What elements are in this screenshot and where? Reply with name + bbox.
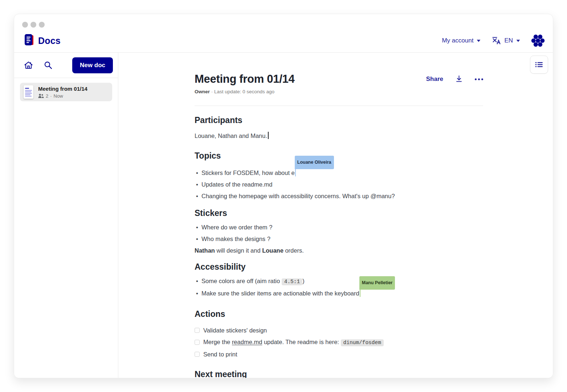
- checkbox[interactable]: [195, 352, 200, 357]
- heading-actions[interactable]: Actions: [195, 309, 483, 319]
- window-controls: [22, 22, 45, 28]
- new-doc-button[interactable]: New doc: [72, 57, 113, 73]
- stickers-note[interactable]: Nathan will design it and Louane orders.: [195, 245, 483, 256]
- document-pane: Meeting from 01/14 Share: [118, 53, 553, 378]
- readme-link[interactable]: readme.md: [232, 339, 262, 345]
- app-logo[interactable]: Docs: [24, 34, 61, 48]
- task-item: Merge the readme.md update. The readme i…: [195, 336, 483, 348]
- heading-participants[interactable]: Participants: [195, 115, 483, 126]
- heading-accessibility[interactable]: Accessibility: [195, 261, 483, 272]
- checkbox[interactable]: [195, 340, 200, 345]
- chevron-down-icon: [516, 40, 520, 42]
- heading-stickers[interactable]: Stickers: [195, 208, 483, 219]
- divider: [195, 106, 483, 106]
- window-dot[interactable]: [39, 22, 45, 28]
- my-account-label: My account: [442, 37, 473, 44]
- docs-logo-icon: [24, 34, 34, 48]
- topic-item[interactable]: •Updates of the readme.md: [195, 179, 483, 190]
- sidebar-doc-members: 2: [46, 93, 48, 99]
- owner-badge: Owner: [195, 89, 210, 94]
- app-window: Docs My account: [14, 14, 553, 378]
- task-item: Validate stickers' design: [195, 324, 483, 336]
- la-suite-apps-button[interactable]: [531, 34, 545, 48]
- document-meta: Owner · Last update: 0 seconds ago: [195, 89, 483, 94]
- inline-code: dinum/fosdem: [341, 339, 384, 346]
- accessibility-item[interactable]: •Some colors are off (aim ratio 4.5:1): [195, 275, 483, 287]
- home-icon: [24, 60, 33, 70]
- task-item: Send to print: [195, 348, 483, 360]
- share-button[interactable]: Share: [426, 75, 443, 83]
- members-icon: [38, 94, 44, 98]
- text-cursor: [268, 132, 269, 139]
- sidebar-doc-item[interactable]: Meeting from 01/14 2: [20, 83, 112, 101]
- search-button[interactable]: [44, 61, 53, 70]
- checkbox[interactable]: [195, 328, 200, 333]
- heading-next-meeting[interactable]: Next meeting: [195, 369, 483, 378]
- meta-sep: ·: [211, 89, 213, 94]
- last-update-text: Last update: 0 seconds ago: [214, 89, 274, 94]
- topic-item[interactable]: •Stickers for FOSDEM, how about eLouane …: [195, 167, 483, 179]
- participants-text[interactable]: Louane, Nathan and Manu.: [195, 130, 483, 142]
- sidebar: New doc Meeting: [14, 53, 118, 378]
- home-button[interactable]: [24, 60, 33, 70]
- sidebar-doc-title: Meeting from 01/14: [38, 86, 87, 92]
- sticker-item[interactable]: •Where do we order them ?: [195, 221, 483, 233]
- sidebar-doc-sep: ·: [50, 93, 52, 99]
- accessibility-item[interactable]: •Make sure the slider items are actionab…: [195, 287, 483, 299]
- app-header: Docs My account: [14, 14, 553, 52]
- download-button[interactable]: [455, 75, 463, 83]
- sticker-item[interactable]: •Who makes the designs ?: [195, 233, 483, 245]
- collab-cursor-manu: Manu Pelletier: [360, 289, 360, 297]
- download-icon: [455, 75, 463, 83]
- collab-cursor-label: Louane Oliveira: [295, 156, 334, 169]
- list-icon: [535, 60, 543, 69]
- collab-cursor-label: Manu Pelletier: [359, 276, 395, 290]
- translate-icon: [491, 36, 501, 45]
- window-dot[interactable]: [30, 22, 36, 28]
- apps-gaufre-icon: [531, 34, 545, 48]
- document-editor[interactable]: Participants Louane, Nathan and Manu. To…: [195, 115, 483, 378]
- document-thumbnail-icon: [24, 85, 33, 99]
- search-icon: [44, 61, 53, 70]
- chevron-down-icon: [477, 40, 481, 42]
- language-selector[interactable]: EN: [491, 36, 520, 45]
- more-options-button[interactable]: [475, 78, 483, 80]
- topic-item[interactable]: •Changing the homepage with accessibilit…: [195, 190, 483, 202]
- heading-topics[interactable]: Topics: [195, 150, 483, 161]
- sidebar-doc-updated: Now: [54, 93, 63, 99]
- app-name: Docs: [38, 36, 61, 46]
- inline-code: 4.5:1: [282, 278, 303, 285]
- document-title[interactable]: Meeting from 01/14: [195, 73, 294, 86]
- table-of-contents-button[interactable]: [530, 56, 548, 74]
- collab-cursor-louane: Louane Oliveira: [295, 169, 296, 176]
- my-account-menu[interactable]: My account: [442, 37, 481, 44]
- window-dot[interactable]: [22, 22, 28, 28]
- language-code: EN: [504, 37, 513, 44]
